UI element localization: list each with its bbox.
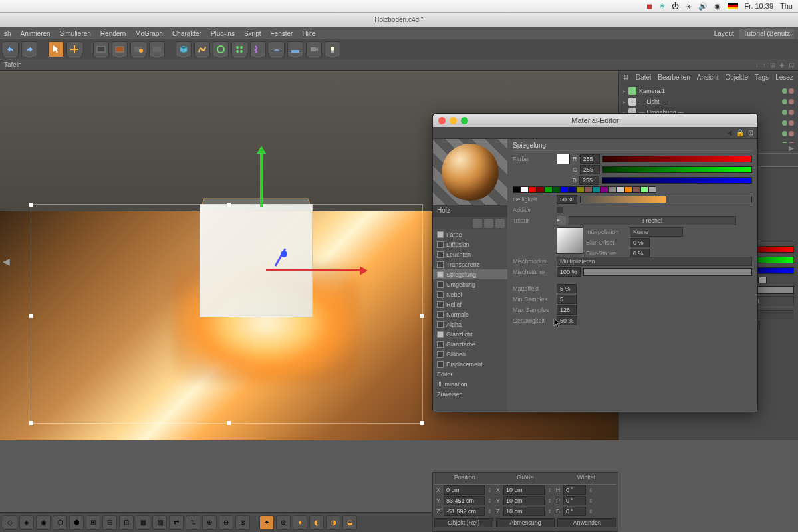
tool-button[interactable]: ⊖: [219, 515, 233, 530]
tool-button[interactable]: ⊕: [202, 515, 217, 530]
coord-mode-dropdown[interactable]: Abmessung: [496, 518, 555, 527]
axis-tool[interactable]: ◑: [326, 515, 340, 530]
menu-item[interactable]: MoGraph: [135, 30, 163, 37]
channel-row[interactable]: Relief: [433, 299, 507, 309]
camera-button[interactable]: [306, 41, 322, 57]
channel-checkbox[interactable]: [437, 321, 444, 328]
color-swatch[interactable]: [521, 186, 529, 193]
swatch-row[interactable]: [513, 186, 752, 193]
tool-button[interactable]: ⊗: [235, 515, 250, 530]
tree-row[interactable]: ▸Kamera.1: [623, 86, 794, 96]
channel-row[interactable]: Editor: [433, 369, 507, 379]
redo-button[interactable]: [21, 41, 37, 57]
wifi-icon[interactable]: ◉: [714, 2, 721, 11]
viewport-nav-icon[interactable]: ◈: [779, 61, 785, 68]
channel-row[interactable]: Glanzfarbe: [433, 339, 507, 349]
menu-item[interactable]: Datei: [636, 74, 651, 81]
axis-tool[interactable]: ⊛: [276, 515, 291, 530]
color-chip[interactable]: [557, 154, 570, 164]
tool-button[interactable]: [473, 219, 482, 228]
menu-item[interactable]: Objekte: [726, 74, 748, 81]
render-settings-button[interactable]: [130, 41, 146, 57]
b-slider[interactable]: [602, 177, 752, 184]
angle-input[interactable]: [563, 507, 586, 516]
color-swatch[interactable]: [577, 186, 585, 193]
layout-tutorial[interactable]: Tutorial (Benutz: [739, 29, 794, 39]
color-swatch[interactable]: [569, 186, 577, 193]
interp-dropdown[interactable]: Keine: [630, 227, 683, 237]
menu-item[interactable]: Animieren: [21, 30, 51, 37]
color-swatch[interactable]: [608, 186, 616, 193]
texture-thumbnail[interactable]: [557, 227, 583, 254]
floor-button[interactable]: [287, 41, 303, 57]
color-swatch[interactable]: [537, 186, 545, 193]
channel-checkbox[interactable]: [437, 291, 444, 298]
color-swatch[interactable]: [545, 186, 553, 193]
channel-row[interactable]: Normale: [433, 309, 507, 319]
channel-row[interactable]: Diffusion: [433, 239, 507, 249]
tool-button[interactable]: ◉: [36, 515, 51, 530]
menu-icon[interactable]: ⏻: [672, 2, 679, 10]
angle-input[interactable]: [563, 496, 586, 505]
color-swatch[interactable]: [624, 186, 632, 193]
channel-row[interactable]: Farbe: [433, 229, 507, 239]
menu-icon[interactable]: ✻: [659, 2, 665, 11]
viewport-nav-icon[interactable]: ⊡: [789, 61, 794, 68]
color-swatch[interactable]: [513, 186, 521, 193]
viewport-nav-icon[interactable]: ↑: [763, 61, 766, 68]
color-swatch[interactable]: [561, 186, 569, 193]
channel-checkbox[interactable]: [437, 271, 444, 278]
channel-checkbox[interactable]: [437, 281, 444, 288]
window-titlebar[interactable]: Material-Editor: [433, 114, 757, 127]
channel-row[interactable]: Nebel: [433, 289, 507, 299]
nurbs-button[interactable]: [213, 41, 229, 57]
channel-checkbox[interactable]: [437, 301, 444, 308]
nav-prev-icon[interactable]: ◀: [3, 256, 10, 267]
tool-button[interactable]: [484, 219, 493, 228]
render-settings-2-button[interactable]: [149, 41, 165, 57]
channel-checkbox[interactable]: [437, 351, 444, 358]
tool-button[interactable]: ▤: [152, 515, 167, 530]
viewport-nav-icon[interactable]: ⊞: [770, 61, 775, 68]
channel-row[interactable]: Glühen: [433, 349, 507, 359]
render-region-button[interactable]: [112, 41, 128, 57]
color-swatch[interactable]: [632, 186, 640, 193]
menu-item[interactable]: Lesez: [775, 74, 793, 81]
menu-item[interactable]: Charakter: [172, 30, 201, 37]
undo-button[interactable]: [3, 41, 19, 57]
pos-input[interactable]: [444, 496, 485, 505]
tool-button[interactable]: ◇: [3, 515, 17, 530]
axis-tool[interactable]: ●: [293, 515, 307, 530]
selection-bbox[interactable]: [31, 204, 423, 424]
array-button[interactable]: [231, 41, 247, 57]
coord-mode-dropdown[interactable]: Objekt (Rel): [434, 518, 493, 527]
clock[interactable]: Fr. 10:39: [745, 2, 773, 10]
channel-checkbox[interactable]: [437, 251, 444, 258]
flag-icon[interactable]: [728, 3, 738, 9]
color-swatch[interactable]: [759, 277, 767, 283]
tool-button[interactable]: ⊟: [102, 515, 117, 530]
additive-checkbox[interactable]: [557, 207, 563, 213]
color-swatch[interactable]: [600, 186, 608, 193]
channel-checkbox[interactable]: [437, 261, 444, 268]
tool-button[interactable]: ◈: [19, 515, 34, 530]
tool-button[interactable]: ⇄: [169, 515, 184, 530]
size-input[interactable]: [503, 496, 545, 505]
maxsamples-input[interactable]: 128: [557, 305, 577, 315]
brightness-input[interactable]: 50 %: [557, 195, 577, 204]
color-swatch[interactable]: [529, 186, 537, 193]
channel-checkbox[interactable]: [437, 331, 444, 338]
material-preview-sphere[interactable]: [442, 144, 499, 201]
menu-item[interactable]: Ansicht: [697, 74, 719, 81]
dock-icon[interactable]: ⊡: [748, 129, 753, 136]
b-input[interactable]: 255: [579, 176, 599, 185]
size-input[interactable]: [503, 507, 545, 516]
menu-item[interactable]: Hilfe: [302, 30, 315, 37]
select-tool[interactable]: [48, 41, 64, 57]
channel-row[interactable]: Displacement: [433, 359, 507, 369]
texture-action-button[interactable]: [739, 217, 752, 225]
tab-label[interactable]: Tafeln: [4, 61, 22, 68]
menu-item[interactable]: Rendern: [100, 30, 126, 37]
light-button[interactable]: [325, 41, 340, 57]
color-swatch[interactable]: [585, 186, 593, 193]
